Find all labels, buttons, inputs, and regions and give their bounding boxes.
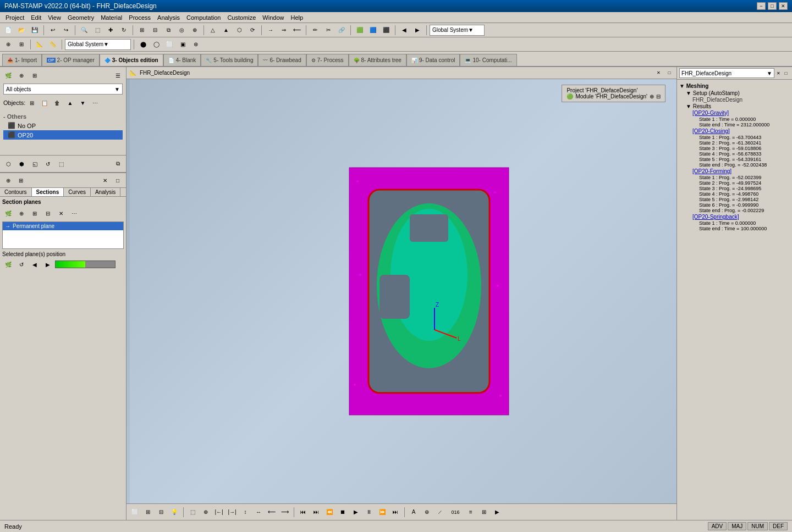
tab-analysis[interactable]: Analysis [91,188,120,196]
step-tab-tools-building[interactable]: 🔧5- Tools building [201,54,258,66]
step-tab-attributes-tree[interactable]: 🌳8- Attributes tree [349,54,406,66]
tb-btn-11[interactable]: ⇒ [278,24,290,36]
save-btn[interactable]: 💾 [29,24,41,36]
right-max-btn[interactable]: □ [782,69,790,77]
tb-btn-16[interactable]: 🟩 [354,24,366,36]
tb-btn-15[interactable]: 🔗 [336,24,348,36]
tb-btn-2[interactable]: ⊟ [149,24,161,36]
tb-btn-20[interactable]: ▶ [411,24,424,36]
rotate-btn[interactable]: ↻ [118,24,130,36]
menu-material[interactable]: Material [97,13,125,22]
tree-item-noop[interactable]: ⬛No OP [3,121,123,130]
tb-btn-3[interactable]: ⧉ [162,24,174,36]
vb-btn-16[interactable]: ⏹ [337,506,349,518]
menu-help[interactable]: Help [287,13,306,22]
tb-btn-10[interactable]: → [265,24,277,36]
vb-btn-3[interactable]: ⊟ [155,506,167,518]
viewport-max-btn[interactable]: □ [666,69,673,77]
bottom-max-btn[interactable]: □ [112,174,124,186]
sp-btn-2[interactable]: ⊕ [15,207,28,219]
step-tab-op-manager[interactable]: OP2- OP manager [42,54,100,66]
new-btn[interactable]: 📄 [2,24,14,36]
vb-btn-20[interactable]: ⏭ [389,506,402,518]
plane-position-bar[interactable] [55,261,116,268]
vb-btn-25[interactable]: ⊞ [478,506,490,518]
menu-analysis[interactable]: Analysis [154,13,183,22]
vb-btn-23[interactable]: ⟋ [434,506,446,518]
tb-btn-5[interactable]: ⊕ [189,24,201,36]
obj-btn-1[interactable]: 🌿 [2,69,14,81]
obj-more-btn[interactable]: ⋯ [89,97,101,109]
view-btn-2[interactable]: ⬢ [15,158,28,170]
redo-btn[interactable]: ↪ [60,24,72,36]
sp-btn-3[interactable]: ⊞ [29,207,41,219]
pp-btn-2[interactable]: ↺ [15,258,28,270]
vb-btn-24[interactable]: ≡ [465,506,477,518]
sp-btn-6[interactable]: ⋯ [68,207,80,219]
select-btn[interactable]: ⬚ [91,24,103,36]
tb2-btn-9[interactable]: ⊛ [190,38,202,51]
vb-btn-13[interactable]: ⏮ [297,506,309,518]
step-tab-import[interactable]: 📥1- Import [2,54,42,66]
minimize-button[interactable]: − [757,2,766,10]
vb-btn-11[interactable]: ⟵ [266,506,278,518]
coord-system-dropdown[interactable]: Global System ▼ [430,25,485,36]
tb-btn-17[interactable]: 🟦 [367,24,379,36]
tree-item-op20[interactable]: ⬛OP20 [3,130,123,140]
step-tab-blank[interactable]: 📄4- Blank [163,54,201,66]
tb-btn-1[interactable]: ⊞ [136,24,148,36]
obj-btn-2[interactable]: ⊕ [15,69,28,81]
pp-btn-3[interactable]: ◀ [29,258,41,270]
undo-btn[interactable]: ↩ [47,24,59,36]
move-btn[interactable]: ✚ [105,24,117,36]
menu-process[interactable]: Process [125,13,154,22]
tab-sections[interactable]: Sections [32,188,64,196]
view-btn-6[interactable]: ⧉ [112,158,124,170]
obj-btn-3[interactable]: ⊞ [29,69,41,81]
tb2-btn-1[interactable]: ⊕ [2,38,14,51]
close-button[interactable]: ✕ [779,2,788,10]
sp-btn-1[interactable]: 🌿 [2,207,14,219]
view-btn-5[interactable]: ⬚ [55,158,67,170]
menu-geometry[interactable]: Geometry [64,13,97,22]
viewport-canvas[interactable]: Project 'FHR_DiefaceDesign' 🟢Module 'FHR… [127,79,676,503]
obj-down-btn[interactable]: ▼ [76,97,89,109]
tb2-btn-8[interactable]: ▣ [177,38,189,51]
tb-btn-4[interactable]: ◎ [175,24,188,36]
tab-contours[interactable]: Contours [0,188,32,196]
vb-btn-17[interactable]: ▶ [350,506,362,518]
tb2-btn-7[interactable]: ⬜ [163,38,175,51]
bottom-btn-1[interactable]: ⊕ [2,174,14,186]
tb-btn-18[interactable]: ⬛ [380,24,392,36]
vb-btn-5[interactable]: ⬚ [186,506,199,518]
tree-op20-forming[interactable]: [OP20-Forming] [679,168,790,174]
step-tab-drawbead[interactable]: 〰6- Drawbead [258,54,306,66]
pp-btn-4[interactable]: ▶ [42,258,54,270]
vb-btn-15[interactable]: ⏪ [323,506,336,518]
tab-curves[interactable]: Curves [64,188,91,196]
vb-btn-21[interactable]: A [408,506,420,518]
tb2-btn-5[interactable]: ⬤ [137,38,149,51]
tb-btn-8[interactable]: ⬡ [233,24,245,36]
obj-menu-btn[interactable]: ☰ [112,69,124,81]
tb-btn-6[interactable]: △ [207,24,219,36]
tb-btn-9[interactable]: ⟳ [246,24,258,36]
open-btn[interactable]: 📂 [15,24,28,36]
bottom-close-btn[interactable]: ✕ [99,174,111,186]
view-btn-3[interactable]: ◱ [29,158,41,170]
vb-btn-12[interactable]: ⟶ [279,506,291,518]
vb-btn-1[interactable]: ⬜ [129,506,141,518]
tree-setup-child[interactable]: FHR_DiefaceDesign [679,97,790,103]
obj-del-btn[interactable]: 🗑 [51,97,63,109]
right-close-btn[interactable]: ✕ [774,69,782,77]
step-tab-process[interactable]: ⚙7- Process [306,54,349,66]
maximize-button[interactable]: □ [768,2,777,10]
tb2-btn-3[interactable]: 📐 [34,38,46,51]
view-btn-4[interactable]: ↺ [42,158,54,170]
tb-btn-14[interactable]: ✂ [322,24,334,36]
right-project-dropdown[interactable]: FHR_DiefaceDesign ▼ [679,68,774,78]
step-tab-data-control[interactable]: 📊9- Data control [406,54,460,66]
vb-btn-19[interactable]: ⏩ [376,506,388,518]
vb-btn-8[interactable]: |→| [226,506,238,518]
tb-btn-19[interactable]: ◀ [398,24,410,36]
